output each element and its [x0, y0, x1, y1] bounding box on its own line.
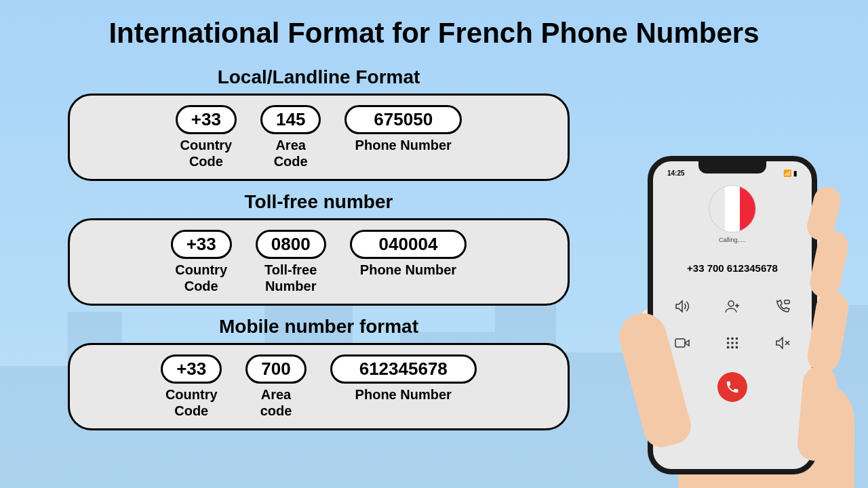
svg-point-8 — [736, 342, 738, 344]
part-country-code: +33 CountryCode — [161, 354, 222, 419]
phone-status-icons: 📶 ▮ — [783, 169, 797, 177]
svg-point-5 — [736, 338, 738, 340]
value-pill: 0800 — [256, 230, 326, 259]
page-title: International Format for French Phone Nu… — [27, 17, 841, 49]
svg-rect-1 — [785, 300, 789, 304]
value-pill: 675050 — [344, 105, 462, 134]
part-label: Phone Number — [355, 386, 452, 403]
svg-point-0 — [728, 301, 734, 306]
section-mobile: Mobile number format +33 CountryCode 700… — [68, 316, 570, 430]
value-pill: +33 — [161, 354, 222, 384]
svg-point-6 — [727, 342, 730, 344]
format-card: +33 CountryCode 0800 Toll-freeNumber 040… — [68, 218, 570, 306]
part-label: CountryCode — [165, 386, 218, 419]
value-pill: 145 — [260, 105, 321, 134]
signal-icon: 📶 — [783, 169, 791, 177]
svg-point-11 — [736, 346, 738, 349]
svg-point-3 — [727, 338, 730, 340]
format-card: +33 CountryCode 145 AreaCode 675050 Phon… — [68, 94, 570, 181]
add-contact-icon[interactable] — [722, 298, 743, 315]
speaker-icon[interactable] — [671, 298, 693, 315]
section-header: Mobile number format — [68, 316, 570, 338]
part-phone-number: 612345678 Phone Number — [330, 354, 477, 403]
part-phone-number: 675050 Phone Number — [344, 105, 462, 153]
part-label: Phone Number — [355, 137, 452, 153]
part-label: CountryCode — [175, 262, 227, 294]
call-status: Calling..... — [719, 237, 746, 243]
svg-rect-2 — [675, 339, 685, 347]
part-tollfree-prefix: 0800 Toll-freeNumber — [256, 230, 326, 294]
france-flag-icon — [709, 185, 756, 232]
phone-notch — [698, 161, 766, 174]
phone-illustration: 14:25 📶 ▮ Calling..... +33 700 612345678 — [570, 149, 868, 488]
section-header: Local/Landline Format — [68, 66, 570, 88]
part-label: Areacode — [260, 386, 292, 419]
part-area-code: 145 AreaCode — [260, 105, 321, 169]
hold-icon[interactable] — [772, 298, 793, 315]
svg-point-9 — [727, 346, 730, 349]
section-header: Toll-free number — [68, 191, 570, 213]
value-pill: 612345678 — [330, 354, 477, 384]
value-pill: +33 — [176, 105, 237, 134]
battery-icon: ▮ — [793, 169, 797, 177]
call-controls — [671, 298, 793, 352]
part-country-code: +33 CountryCode — [171, 230, 232, 294]
part-area-code: 700 Areacode — [245, 354, 306, 419]
part-phone-number: 040004 Phone Number — [350, 230, 467, 278]
format-card: +33 CountryCode 700 Areacode 612345678 P… — [68, 343, 570, 430]
value-pill: 040004 — [350, 230, 467, 259]
keypad-icon[interactable] — [722, 334, 743, 352]
section-landline: Local/Landline Format +33 CountryCode 14… — [68, 66, 570, 181]
phone-time: 14:25 — [667, 169, 685, 177]
part-country-code: +33 CountryCode — [176, 105, 237, 169]
part-label: Phone Number — [360, 262, 456, 278]
part-label: Toll-freeNumber — [264, 262, 317, 294]
hangup-button[interactable] — [717, 372, 747, 402]
mute-icon[interactable] — [772, 334, 793, 352]
section-tollfree: Toll-free number +33 CountryCode 0800 To… — [68, 191, 570, 306]
part-label: CountryCode — [180, 137, 233, 169]
part-label: AreaCode — [274, 137, 308, 169]
dialed-number: +33 700 612345678 — [687, 262, 778, 274]
svg-point-7 — [731, 342, 734, 344]
svg-point-10 — [731, 346, 734, 349]
video-icon[interactable] — [671, 334, 693, 352]
value-pill: +33 — [171, 230, 232, 259]
value-pill: 700 — [245, 354, 306, 384]
svg-point-4 — [731, 338, 734, 340]
